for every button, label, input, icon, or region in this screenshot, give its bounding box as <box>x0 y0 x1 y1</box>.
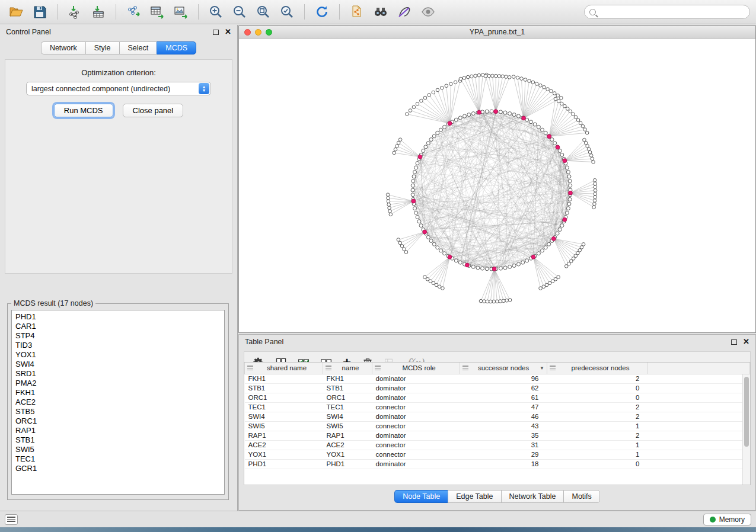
refresh-layout-button[interactable] <box>312 2 332 21</box>
show-hide-button[interactable] <box>418 2 438 21</box>
cell-name[interactable]: SWI4 <box>323 412 372 421</box>
cell-successors[interactable]: 35 <box>460 431 547 440</box>
cell-role[interactable]: connector <box>372 440 460 450</box>
cell-role[interactable]: dominator <box>372 393 460 402</box>
tab-edge-table[interactable]: Edge Table <box>448 490 500 503</box>
float-panel-icon[interactable] <box>213 30 219 35</box>
cell-successors[interactable]: 18 <box>460 459 547 469</box>
cell-shared_name[interactable]: ACE2 <box>245 440 323 450</box>
node-table[interactable]: shared namenameMCDS rolesuccessor nodes▼… <box>244 363 750 469</box>
network-canvas[interactable] <box>239 39 755 332</box>
search-field-wrap[interactable] <box>584 5 750 19</box>
table-row[interactable]: ORC1ORC1dominator610 <box>245 393 750 402</box>
cell-role[interactable]: dominator <box>372 431 460 440</box>
tab-select[interactable]: Select <box>119 41 157 55</box>
cell-successors[interactable]: 31 <box>460 440 547 450</box>
export-image-button[interactable] <box>171 2 191 21</box>
memory-button[interactable]: Memory <box>703 514 751 525</box>
mcds-result-item[interactable]: CAR1 <box>15 322 224 331</box>
tab-node-table[interactable]: Node Table <box>394 490 448 503</box>
table-row[interactable]: TEC1TEC1connector472 <box>245 402 750 412</box>
mcds-result-item[interactable]: PMA2 <box>15 379 224 388</box>
cell-name[interactable]: ACE2 <box>323 440 372 450</box>
cell-role[interactable]: connector <box>372 421 460 431</box>
table-row[interactable]: PHD1PHD1dominator180 <box>245 459 750 469</box>
maximize-window-icon[interactable] <box>266 29 272 36</box>
mcds-result-item[interactable]: STP4 <box>15 331 224 341</box>
cell-name[interactable]: TEC1 <box>323 402 372 412</box>
zoom-fit-button[interactable] <box>253 2 273 21</box>
scrollbar-thumb[interactable] <box>744 377 749 447</box>
mcds-result-item[interactable]: TID3 <box>15 341 224 350</box>
tab-motifs[interactable]: Motifs <box>563 490 599 503</box>
column-header-name[interactable]: name <box>323 363 372 374</box>
mcds-result-list[interactable]: PHD1CAR1STP4TID3YOX1SWI4SRD1PMA2FKH1ACE2… <box>11 310 225 495</box>
cell-predecessors[interactable]: 2 <box>547 431 648 440</box>
cell-name[interactable]: FKH1 <box>323 374 372 383</box>
mcds-result-item[interactable]: TEC1 <box>15 454 224 464</box>
column-header-predecessor-nodes[interactable]: predecessor nodes <box>547 363 648 374</box>
close-panel-icon[interactable]: ✕ <box>743 339 749 345</box>
float-panel-icon[interactable] <box>731 339 737 345</box>
export-table-button[interactable] <box>147 2 167 21</box>
cell-predecessors[interactable]: 0 <box>547 383 648 393</box>
mcds-result-item[interactable]: STB5 <box>15 407 224 416</box>
import-network-file-button[interactable] <box>65 2 85 21</box>
duplicate-network-button[interactable] <box>347 2 367 21</box>
cell-shared_name[interactable]: SWI4 <box>245 412 323 421</box>
column-header-successor-nodes[interactable]: successor nodes▼ <box>460 363 547 374</box>
cell-name[interactable]: ORC1 <box>323 393 372 402</box>
cell-shared_name[interactable]: PHD1 <box>245 459 323 469</box>
cell-successors[interactable]: 47 <box>460 402 547 412</box>
cell-shared_name[interactable]: RAP1 <box>245 431 323 440</box>
tab-style[interactable]: Style <box>85 41 119 55</box>
zoom-in-button[interactable] <box>206 2 226 21</box>
cell-successors[interactable]: 46 <box>460 412 547 421</box>
search-input[interactable] <box>599 8 745 16</box>
cell-successors[interactable]: 43 <box>460 421 547 431</box>
cell-shared_name[interactable]: FKH1 <box>245 374 323 383</box>
mcds-result-item[interactable]: SWI5 <box>15 445 224 454</box>
column-header-shared-name[interactable]: shared name <box>245 363 323 374</box>
zoom-selected-button[interactable] <box>277 2 297 21</box>
table-vertical-scrollbar[interactable] <box>742 374 750 485</box>
cell-shared_name[interactable]: STB1 <box>245 383 323 393</box>
cell-predecessors[interactable]: 2 <box>547 402 648 412</box>
cell-name[interactable]: RAP1 <box>323 431 372 440</box>
zoom-out-button[interactable] <box>229 2 250 21</box>
table-row[interactable]: FKH1FKH1dominator962 <box>245 374 750 383</box>
table-row[interactable]: SWI4SWI4dominator462 <box>245 412 750 421</box>
cell-name[interactable]: PHD1 <box>323 459 372 469</box>
table-row[interactable]: SWI5SWI5connector431 <box>245 421 750 431</box>
apply-style-button[interactable] <box>394 2 414 21</box>
cell-predecessors[interactable]: 1 <box>547 450 648 459</box>
mcds-result-item[interactable]: GCR1 <box>15 464 224 473</box>
network-window-titlebar[interactable]: YPA_prune.txt_1 <box>239 26 755 39</box>
tab-network[interactable]: Network <box>41 41 85 55</box>
run-mcds-button[interactable]: Run MCDS <box>54 104 113 117</box>
cell-successors[interactable]: 29 <box>460 450 547 459</box>
cell-role[interactable]: dominator <box>372 383 460 393</box>
close-window-icon[interactable] <box>244 29 251 36</box>
cell-role[interactable]: connector <box>372 450 460 459</box>
cell-predecessors[interactable]: 2 <box>547 374 648 383</box>
minimize-window-icon[interactable] <box>255 29 261 36</box>
tab-mcds[interactable]: MCDS <box>157 41 196 55</box>
cell-role[interactable]: dominator <box>372 374 460 383</box>
export-network-button[interactable] <box>123 2 143 21</box>
cell-successors[interactable]: 61 <box>460 393 547 402</box>
table-row[interactable]: YOX1YOX1connector291 <box>245 450 750 459</box>
open-file-button[interactable] <box>6 2 26 21</box>
cell-role[interactable]: dominator <box>372 459 460 469</box>
mcds-result-item[interactable]: SWI4 <box>15 360 224 369</box>
cell-predecessors[interactable]: 2 <box>547 412 648 421</box>
optimization-criterion-select[interactable]: largest connected component (undirected)… <box>26 82 211 95</box>
cell-predecessors[interactable]: 1 <box>547 440 648 450</box>
cell-shared_name[interactable]: YOX1 <box>245 450 323 459</box>
mcds-result-item[interactable]: SRD1 <box>15 369 224 379</box>
tab-network-table[interactable]: Network Table <box>501 490 564 503</box>
cell-name[interactable]: SWI5 <box>323 421 372 431</box>
chevron-down-icon[interactable]: ▼ <box>540 366 544 371</box>
cell-shared_name[interactable]: ORC1 <box>245 393 323 402</box>
close-panel-button[interactable]: Close panel <box>123 104 184 117</box>
